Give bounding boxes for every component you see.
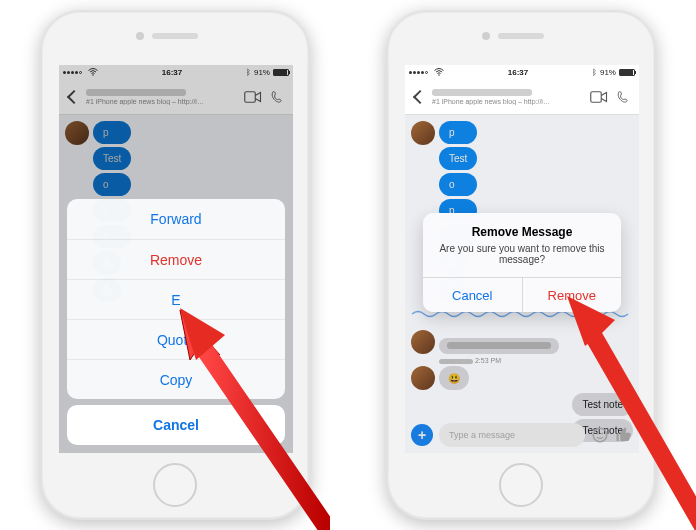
svg-rect-3	[591, 91, 602, 102]
phone-frame-left: 16:37 ᛒ 91% #1 iPhone apple news blog – …	[40, 10, 310, 520]
message-bubble[interactable]: p	[439, 121, 477, 144]
svg-point-4	[593, 428, 607, 442]
status-time: 16:37	[508, 68, 528, 77]
action-copy[interactable]: Copy	[67, 359, 285, 399]
action-sheet: Forward Remove E Quote Copy Cancel	[67, 199, 285, 445]
bluetooth-icon: ᛒ	[592, 68, 597, 77]
battery-percent: 91%	[600, 68, 616, 77]
sticker-icon[interactable]	[591, 426, 609, 444]
signal-dots-icon	[409, 71, 428, 74]
contact-subtitle: #1 iPhone apple news blog – http://i…	[432, 98, 584, 105]
battery-icon	[619, 69, 635, 76]
alert-title: Remove Message	[423, 213, 621, 239]
back-icon[interactable]	[412, 90, 426, 104]
camera-dot	[482, 32, 490, 40]
message-bubble[interactable]: o	[439, 173, 477, 196]
message-input[interactable]: Type a message	[439, 423, 585, 447]
action-quote[interactable]: Quote	[67, 319, 285, 359]
incoming-time: 2:53 PM	[475, 357, 501, 364]
incoming-message-redacted[interactable]	[439, 338, 559, 354]
status-bar: 16:37 ᛒ 91%	[405, 65, 639, 79]
action-sheet-card: Forward Remove E Quote Copy	[67, 199, 285, 399]
alert-message: Are you sure you want to remove this mes…	[423, 239, 621, 277]
wifi-icon	[434, 68, 444, 76]
incoming-sticker[interactable]: 😃	[439, 366, 469, 390]
avatar	[411, 366, 435, 390]
remove-alert: Remove Message Are you sure you want to …	[423, 213, 621, 312]
alert-cancel-button[interactable]: Cancel	[423, 278, 522, 312]
screen-left: 16:37 ᛒ 91% #1 iPhone apple news blog – …	[59, 65, 293, 453]
conversation-header: #1 iPhone apple news blog – http://i…	[405, 79, 639, 115]
action-remove[interactable]: Remove	[67, 239, 285, 279]
svg-point-5	[597, 433, 599, 435]
phone-frame-right: 16:37 ᛒ 91% #1 iPhone apple news blog – …	[386, 10, 656, 520]
action-edit-partial[interactable]: E	[67, 279, 285, 319]
attach-button[interactable]: +	[411, 424, 433, 446]
svg-point-6	[601, 433, 603, 435]
speaker-slit	[152, 33, 198, 39]
like-icon[interactable]	[615, 426, 633, 444]
speaker-slit	[498, 33, 544, 39]
action-forward[interactable]: Forward	[67, 199, 285, 239]
contact-name-redacted	[432, 89, 532, 96]
message-input-bar: + Type a message	[411, 421, 633, 449]
voice-call-icon[interactable]	[614, 90, 632, 104]
home-button[interactable]	[499, 463, 543, 507]
home-button[interactable]	[153, 463, 197, 507]
svg-point-2	[438, 74, 440, 76]
video-call-icon[interactable]	[590, 90, 608, 104]
camera-dot	[136, 32, 144, 40]
screen-right: 16:37 ᛒ 91% #1 iPhone apple news blog – …	[405, 65, 639, 453]
avatar	[411, 121, 435, 145]
action-cancel[interactable]: Cancel	[67, 405, 285, 445]
alert-remove-button[interactable]: Remove	[522, 278, 622, 312]
avatar	[411, 330, 435, 354]
outgoing-message[interactable]: Test note	[572, 393, 633, 416]
message-bubble[interactable]: Test	[439, 147, 477, 170]
